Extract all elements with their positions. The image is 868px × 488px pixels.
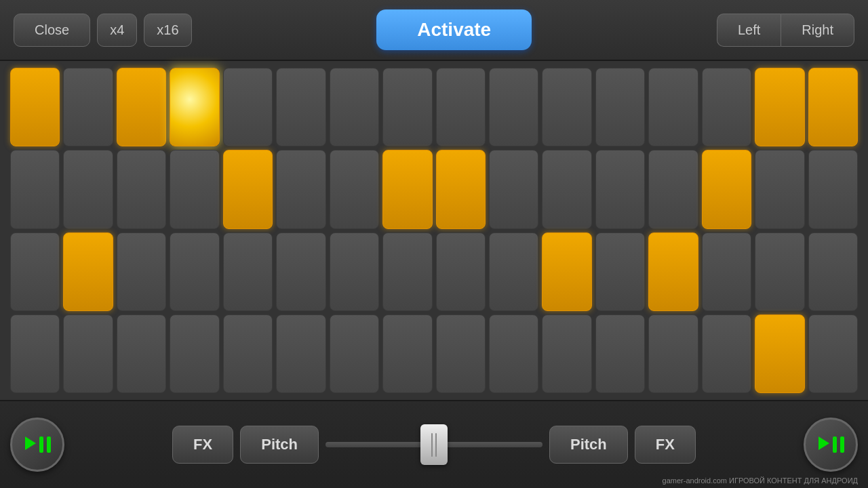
grid-cell[interactable] xyxy=(542,232,591,311)
grid-cell[interactable] xyxy=(223,68,273,146)
grid-cell[interactable] xyxy=(117,232,166,311)
fx-right-button[interactable]: FX xyxy=(635,426,696,464)
grid-cell[interactable] xyxy=(595,314,645,393)
pitch-right-button[interactable]: Pitch xyxy=(549,426,628,464)
grid-cell[interactable] xyxy=(330,150,379,228)
fx-left-button[interactable]: FX xyxy=(172,426,233,464)
right-play-pause-icon xyxy=(817,436,844,453)
grid-cell[interactable] xyxy=(808,232,858,311)
grid-cell[interactable] xyxy=(489,68,538,146)
grid-cell[interactable] xyxy=(648,68,698,146)
grid-cell[interactable] xyxy=(170,150,219,228)
grid-cell[interactable] xyxy=(63,150,113,228)
grid-cell[interactable] xyxy=(63,232,113,311)
grid-cell[interactable] xyxy=(489,232,538,311)
grid-cell[interactable] xyxy=(808,150,858,228)
grid-cell[interactable] xyxy=(10,314,60,393)
grid-cell[interactable] xyxy=(702,150,751,228)
pitch-left-button[interactable]: Pitch xyxy=(240,426,319,464)
grid-cell[interactable] xyxy=(755,68,804,146)
grid-cell[interactable] xyxy=(10,232,60,311)
grid-cell[interactable] xyxy=(702,314,751,393)
grid-cell[interactable] xyxy=(648,232,698,311)
grid-cell[interactable] xyxy=(223,314,273,393)
top-bar: Close x4 x16 Activate Left Right xyxy=(0,0,868,61)
crossfader-thumb[interactable] xyxy=(420,424,448,465)
grid-area xyxy=(0,61,868,400)
grid-cell[interactable] xyxy=(755,314,804,393)
grid-cell[interactable] xyxy=(702,68,751,146)
grid-cell[interactable] xyxy=(702,232,751,311)
left-play-pause-icon xyxy=(24,436,51,453)
grid-cell[interactable] xyxy=(117,68,166,146)
grid-cell[interactable] xyxy=(10,150,60,228)
grid-cell[interactable] xyxy=(755,150,804,228)
close-button[interactable]: Close xyxy=(14,14,90,47)
crossfader-track xyxy=(326,442,542,447)
x16-button[interactable]: x16 xyxy=(144,14,191,47)
grid-cell[interactable] xyxy=(382,314,432,393)
grid-cell[interactable] xyxy=(276,232,326,311)
bottom-bar: FX Pitch Pitch FX gamer-android.com ИГРО… xyxy=(0,400,868,488)
watermark: gamer-android.com ИГРОВОЙ КОНТЕНТ ДЛЯ АН… xyxy=(663,476,858,485)
right-button[interactable]: Right xyxy=(781,14,854,47)
grid-cell[interactable] xyxy=(330,68,379,146)
grid-cell[interactable] xyxy=(276,314,326,393)
grid-cell[interactable] xyxy=(808,68,858,146)
grid-cell[interactable] xyxy=(489,150,538,228)
grid-cell[interactable] xyxy=(63,68,113,146)
left-play-button[interactable] xyxy=(10,418,64,472)
grid-cell[interactable] xyxy=(276,68,326,146)
grid-cell[interactable] xyxy=(170,232,219,311)
left-button[interactable]: Left xyxy=(717,14,781,47)
grid-cell[interactable] xyxy=(117,150,166,228)
grid-cell[interactable] xyxy=(595,150,645,228)
grid-cell[interactable] xyxy=(648,314,698,393)
top-right-controls: Left Right xyxy=(717,14,854,47)
crossfader-container xyxy=(326,442,542,447)
grid-cell[interactable] xyxy=(170,314,219,393)
bottom-center-controls: FX Pitch Pitch FX xyxy=(64,426,804,464)
grid-cell[interactable] xyxy=(436,314,486,393)
grid-cell[interactable] xyxy=(542,314,591,393)
grid-cell[interactable] xyxy=(170,68,219,146)
right-play-button[interactable] xyxy=(804,418,858,472)
grid-cell[interactable] xyxy=(436,68,486,146)
grid-cell[interactable] xyxy=(382,150,432,228)
beat-grid xyxy=(10,68,858,393)
grid-cell[interactable] xyxy=(63,314,113,393)
grid-cell[interactable] xyxy=(489,314,538,393)
grid-cell[interactable] xyxy=(808,314,858,393)
grid-cell[interactable] xyxy=(436,150,486,228)
x4-button[interactable]: x4 xyxy=(97,14,137,47)
grid-cell[interactable] xyxy=(648,150,698,228)
grid-cell[interactable] xyxy=(542,150,591,228)
grid-cell[interactable] xyxy=(755,232,804,311)
grid-cell[interactable] xyxy=(595,232,645,311)
grid-cell[interactable] xyxy=(330,232,379,311)
activate-button[interactable]: Activate xyxy=(376,9,532,50)
grid-cell[interactable] xyxy=(330,314,379,393)
grid-cell[interactable] xyxy=(223,150,273,228)
grid-cell[interactable] xyxy=(117,314,166,393)
grid-cell[interactable] xyxy=(436,232,486,311)
grid-cell[interactable] xyxy=(382,232,432,311)
thumb-line-1 xyxy=(431,433,433,457)
thumb-line-2 xyxy=(435,433,437,457)
grid-cell[interactable] xyxy=(10,68,60,146)
grid-cell[interactable] xyxy=(382,68,432,146)
top-left-controls: Close x4 x16 xyxy=(14,14,192,47)
grid-cell[interactable] xyxy=(542,68,591,146)
grid-cell[interactable] xyxy=(223,232,273,311)
grid-cell[interactable] xyxy=(595,68,645,146)
grid-cell[interactable] xyxy=(276,150,326,228)
